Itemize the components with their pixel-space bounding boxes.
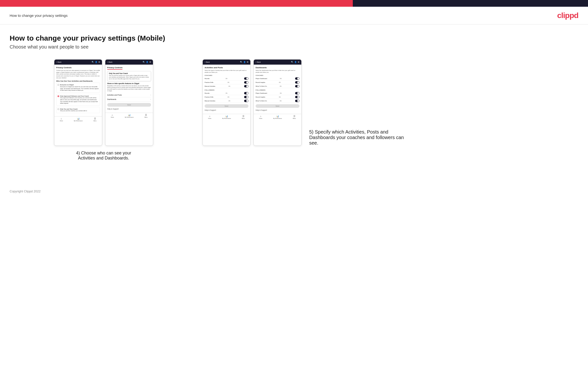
- toggle-followers-manual-label: Manual Activities: [205, 100, 216, 102]
- nav-home-4[interactable]: ⌂ Home: [259, 115, 262, 119]
- coaches-label-4: COACHES: [256, 75, 299, 76]
- radio-circle-1: [58, 84, 59, 86]
- nav-home-1[interactable]: ⌂ Home: [60, 117, 63, 122]
- menu-icon-3: ☰: [242, 115, 244, 117]
- toggle-d-followers-work[interactable]: What To Work On ON: [256, 99, 299, 103]
- toggle-coaches-manual-label: Manual Activities: [205, 85, 216, 87]
- phone-4-header: < Back 🔍 👤 ⚙: [254, 59, 301, 65]
- home-icon-4: ⌂: [260, 115, 261, 117]
- toggle-followers-rounds[interactable]: Rounds ON: [205, 91, 248, 95]
- menu-dashboards[interactable]: Dashboards ›: [107, 97, 151, 102]
- nav-menu-3[interactable]: ☰ Menu: [242, 115, 245, 119]
- toggle-d-followers-insights-switch[interactable]: [295, 96, 299, 98]
- search-icon: 🔍: [92, 61, 94, 63]
- phone-3-body-text: Select the types of activity that you'd …: [205, 70, 248, 73]
- phone-1-back[interactable]: < Back: [56, 61, 61, 63]
- phone-3-header: < Back 🔍 👤 ⚙: [203, 59, 250, 65]
- phone-4-body-text: Select the dashboards that you'd like to…: [256, 70, 299, 73]
- toggle-coaches-rounds[interactable]: Rounds ON: [205, 77, 248, 80]
- menu-activities[interactable]: Activities and Posts ›: [107, 93, 151, 97]
- phone-2-back[interactable]: < Back: [107, 61, 112, 63]
- nav-menu-2[interactable]: ☰ Menu: [145, 114, 148, 118]
- toggle-followers-manual-switch[interactable]: [244, 100, 248, 102]
- person-icon-4: 👤: [294, 61, 297, 63]
- menu-icon-1: ☰: [94, 117, 96, 120]
- person-icon-3: 👤: [243, 61, 246, 63]
- toggle-d-coaches-player-label: Player Dashboard: [256, 78, 267, 79]
- menu-dashboards-label: Dashboards: [107, 99, 116, 100]
- toggle-d-followers-player-label: Player Dashboard: [256, 92, 267, 94]
- toggle-coaches-drills-switch[interactable]: [244, 81, 248, 83]
- phone-1-icons: 🔍 👤 ⚙: [92, 61, 100, 63]
- nav-performance-1[interactable]: 📊 My Performance: [74, 117, 83, 122]
- settings-icon-3: ⚙: [247, 61, 248, 63]
- feature-section-title: Show or hide specific features in Clippd: [107, 83, 151, 84]
- radio-option-everyone[interactable]: Everyone on Clippd Everyone on Clippd ca…: [56, 83, 100, 92]
- toggle-d-coaches-insights[interactable]: Round Insights ON: [256, 80, 299, 84]
- phone-1-section-title: Privacy Controls: [56, 67, 100, 69]
- nav-menu-4[interactable]: ☰ Menu: [293, 115, 296, 119]
- search-icon-4: 🔍: [291, 61, 294, 63]
- phone-4-body: Dashboards Select the dashboards that yo…: [254, 65, 301, 114]
- radio-label-3: Only You and Your Coach Only you and the…: [60, 108, 87, 112]
- toggle-d-followers-player-switch[interactable]: [295, 92, 299, 94]
- phone-3-save[interactable]: Save: [205, 104, 248, 108]
- toggle-followers-manual-on: ON: [228, 100, 230, 102]
- chart-icon-2: 📊: [128, 114, 130, 116]
- toggle-followers-rounds-on: ON: [225, 92, 227, 94]
- phone-1: < Back 🔍 👤 ⚙ Privacy Controls Control ho…: [54, 59, 102, 146]
- toggle-d-followers-work-switch[interactable]: [295, 100, 299, 102]
- toggle-d-coaches-player-switch[interactable]: [295, 77, 299, 80]
- phone-3-section-title: Activities and Posts: [205, 67, 248, 69]
- caption-right: 5) Specify which Activities, Posts and D…: [309, 129, 406, 146]
- phone-3-body: Activities and Posts Select the types of…: [203, 65, 250, 114]
- nav-menu-1[interactable]: ☰ Menu: [94, 117, 97, 122]
- phone-4: < Back 🔍 👤 ⚙ Dashboards Select the dashb…: [253, 59, 302, 146]
- chart-icon-4: 📊: [276, 115, 279, 117]
- page-subtitle: Choose what you want people to see: [10, 44, 578, 50]
- main-content: How to change your privacy settings (Mob…: [0, 25, 588, 185]
- toggle-coaches-drills[interactable]: Practice Drills ON: [205, 80, 248, 84]
- radio-label-2: Only Approved Followers and Your Coach O…: [60, 95, 99, 104]
- phone-3-back[interactable]: < Back: [205, 61, 210, 63]
- nav-home-2[interactable]: ⌂ Home: [111, 114, 114, 118]
- chart-icon-1: 📊: [77, 117, 80, 120]
- phone-3-bottom-nav: ⌂ Home 📊 My Performance ☰ Menu: [203, 114, 250, 120]
- phone-4-back[interactable]: < Back: [256, 61, 261, 63]
- nav-performance-3[interactable]: 📊 My Performance: [222, 115, 231, 119]
- toggle-d-coaches-work[interactable]: What To Work On ON: [256, 84, 299, 88]
- toggle-coaches-rounds-on: ON: [225, 78, 227, 79]
- phone-4-bottom-nav: ⌂ Home 📊 My Performance ☰ Menu: [254, 114, 301, 120]
- nav-performance-2[interactable]: 📊 My Performance: [125, 114, 134, 118]
- radio-option-followers[interactable]: Only Approved Followers and Your Coach O…: [56, 94, 100, 106]
- toggle-d-coaches-player-on: ON: [280, 78, 282, 79]
- phone-1-bottom-nav: ⌂ Home 📊 My Performance ☰ Menu: [54, 116, 102, 122]
- toggle-coaches-manual[interactable]: Manual Activities ON: [205, 84, 248, 88]
- nav-performance-4[interactable]: 📊 My Performance: [273, 115, 282, 119]
- right-caption-area: 5) Specify which Activities, Posts and D…: [304, 125, 406, 146]
- toggle-followers-manual[interactable]: Manual Activities ON: [205, 99, 248, 103]
- menu-dashboards-arrow: ›: [150, 98, 151, 100]
- phone-2-save[interactable]: Save: [107, 103, 151, 107]
- toggle-coaches-manual-switch[interactable]: [244, 85, 248, 87]
- phone-1-who-label: Who Can See Your Activities and Dashboar…: [56, 80, 100, 82]
- phone-4-save[interactable]: Save: [256, 104, 299, 108]
- phone-2-popup: Only You and Your Coach Only you and the…: [107, 71, 151, 81]
- toggle-coaches-rounds-switch[interactable]: [244, 77, 248, 80]
- toggle-d-coaches-player[interactable]: Player Dashboard ON: [256, 77, 299, 80]
- right-group: < Back 🔍 👤 ⚙ Activities and Posts Select…: [202, 59, 578, 146]
- nav-home-3[interactable]: ⌂ Home: [208, 115, 211, 119]
- phone-1-body: Privacy Controls Control how you and you…: [54, 65, 102, 116]
- toggle-followers-drills-switch[interactable]: [244, 96, 248, 98]
- popup-title: Only You and Your Coach: [109, 73, 149, 74]
- toggle-followers-rounds-switch[interactable]: [244, 92, 248, 94]
- toggle-followers-drills[interactable]: Practice Drills ON: [205, 95, 248, 99]
- radio-option-coach[interactable]: Only You and Your Coach Only you and the…: [56, 107, 100, 113]
- toggle-d-followers-insights[interactable]: Round Insights ON: [256, 95, 299, 99]
- toggle-d-coaches-work-switch[interactable]: [295, 85, 299, 87]
- toggle-coaches-drills-label: Practice Drills: [205, 82, 214, 83]
- phone-2-tab[interactable]: Privacy Controls: [107, 67, 123, 70]
- popup-text: Only you and the coaches you connect wit…: [109, 75, 149, 80]
- toggle-d-followers-player[interactable]: Player Dashboard ON: [256, 91, 299, 95]
- toggle-d-coaches-insights-switch[interactable]: [295, 81, 299, 83]
